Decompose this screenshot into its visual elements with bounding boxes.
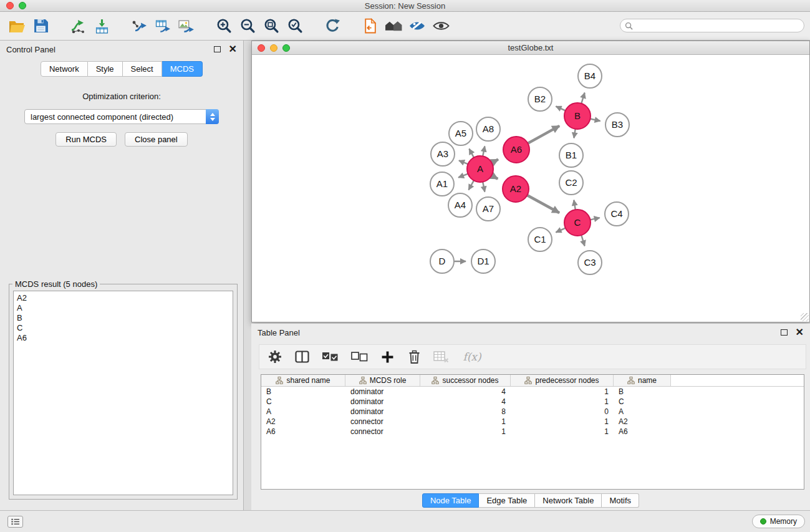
close-window-button[interactable] xyxy=(6,2,14,9)
table-cell[interactable]: dominator xyxy=(345,387,420,396)
graph-edge-B-B2[interactable] xyxy=(556,107,566,111)
import-network-icon[interactable] xyxy=(66,14,90,38)
graph-edge-C-C3[interactable] xyxy=(581,235,584,246)
table-cell[interactable]: B xyxy=(261,387,345,396)
column-header-successor-nodes[interactable]: successor nodes xyxy=(420,375,511,386)
mcds-result-list[interactable]: A2ABCA6 xyxy=(13,291,233,495)
table-cell[interactable]: A2 xyxy=(261,417,345,426)
zoom-in-icon[interactable] xyxy=(212,14,236,38)
home-icon[interactable] xyxy=(382,14,405,38)
run-mcds-button[interactable]: Run MCDS xyxy=(55,132,117,147)
delete-row-icon[interactable] xyxy=(406,349,422,365)
zoom-window-button[interactable] xyxy=(19,2,26,9)
table-row[interactable]: Adominator80A xyxy=(261,407,804,417)
window-controls[interactable] xyxy=(6,2,26,9)
select-all-icon[interactable] xyxy=(321,349,339,365)
deselect-all-icon[interactable] xyxy=(350,349,369,365)
table-cell[interactable]: 1 xyxy=(511,397,614,406)
tab-mcds[interactable]: MCDS xyxy=(162,61,203,77)
graph-edge-A-A2[interactable] xyxy=(491,175,498,179)
table-cell[interactable]: connector xyxy=(345,427,420,436)
show-columns-icon[interactable] xyxy=(294,349,310,365)
graph-edge-B-B4[interactable] xyxy=(581,93,584,104)
graph-edge-B-B1[interactable] xyxy=(574,129,575,138)
table-cell[interactable]: 1 xyxy=(511,427,614,436)
table-cell[interactable]: 0 xyxy=(511,407,614,416)
table-cell[interactable]: C xyxy=(614,397,671,406)
table-cell[interactable]: 1 xyxy=(420,427,511,436)
network-window-controls[interactable] xyxy=(258,44,290,52)
window-resize-grip[interactable] xyxy=(801,313,809,321)
tab-style[interactable]: Style xyxy=(88,61,123,77)
graph-edge-A-A8[interactable] xyxy=(483,146,485,156)
table-row[interactable]: A2connector11A2 xyxy=(261,417,804,427)
graph-edge-C-C2[interactable] xyxy=(574,200,576,210)
graph-edge-A2-C[interactable] xyxy=(527,195,559,213)
network-minimize-button[interactable] xyxy=(270,44,277,52)
table-cell[interactable]: dominator xyxy=(345,397,420,406)
zoom-selected-icon[interactable] xyxy=(283,14,307,38)
tab-edge-table[interactable]: Edge Table xyxy=(479,493,535,508)
close-table-panel-icon[interactable]: ✕ xyxy=(796,329,804,336)
graph-edge-A-A3[interactable] xyxy=(459,160,468,164)
search-input[interactable] xyxy=(633,21,799,30)
table-cell[interactable]: connector xyxy=(345,417,420,426)
table-row[interactable]: Cdominator41C xyxy=(261,397,804,407)
graph-edge-A-A5[interactable] xyxy=(469,149,474,158)
tab-network-table[interactable]: Network Table xyxy=(535,493,602,508)
table-cell[interactable]: A6 xyxy=(614,427,671,436)
table-cell[interactable]: 1 xyxy=(420,417,511,426)
close-panel-icon[interactable]: ✕ xyxy=(229,46,237,52)
table-cell[interactable]: dominator xyxy=(345,407,420,416)
table-cell[interactable]: 1 xyxy=(511,417,614,426)
network-zoom-button[interactable] xyxy=(282,44,290,52)
column-header-name[interactable]: name xyxy=(614,375,671,386)
add-row-icon[interactable] xyxy=(379,349,395,365)
node-table[interactable]: shared nameMCDS rolesuccessor nodesprede… xyxy=(261,374,804,490)
tab-network[interactable]: Network xyxy=(41,61,88,77)
column-header-shared-name[interactable]: shared name xyxy=(261,375,345,386)
graph-edge-B-B3[interactable] xyxy=(591,119,600,122)
graph-edge-C-C4[interactable] xyxy=(591,218,600,220)
graph-edge-A6-B[interactable] xyxy=(528,126,559,143)
table-cell[interactable]: B xyxy=(614,387,671,396)
graph-edge-A-A4[interactable] xyxy=(469,180,474,190)
table-row[interactable]: Bdominator41B xyxy=(261,387,804,397)
float-panel-icon[interactable] xyxy=(214,46,221,52)
column-header-MCDS-role[interactable]: MCDS role xyxy=(345,375,420,386)
close-panel-button[interactable]: Close panel xyxy=(125,132,188,147)
import-table-icon[interactable] xyxy=(90,14,113,38)
show-hide-icon[interactable] xyxy=(429,14,453,38)
network-close-button[interactable] xyxy=(258,44,265,52)
memory-button[interactable]: Memory xyxy=(752,515,805,528)
export-network-icon[interactable] xyxy=(127,14,151,38)
graph-edge-C-C1[interactable] xyxy=(556,228,566,233)
network-snapshot-icon[interactable] xyxy=(358,14,382,38)
optimization-criterion-select[interactable]: largest connected component (directed) xyxy=(24,109,219,124)
table-cell[interactable]: 4 xyxy=(420,397,511,406)
export-table-icon[interactable] xyxy=(151,14,175,38)
table-cell[interactable]: 4 xyxy=(420,387,511,396)
float-table-panel-icon[interactable] xyxy=(781,329,788,336)
table-row[interactable]: A6connector11A6 xyxy=(261,427,804,437)
table-cell[interactable]: A6 xyxy=(261,427,345,436)
graph-edge-A-A1[interactable] xyxy=(458,174,468,178)
tab-node-table[interactable]: Node Table xyxy=(422,493,480,508)
network-canvas[interactable]: B4B2BB3A5A8A6B1A3AC2A1A2A4A7C4CC1C3DD1 xyxy=(252,55,809,322)
table-cell[interactable]: A2 xyxy=(614,417,671,426)
table-cell[interactable]: C xyxy=(261,397,345,406)
zoom-out-icon[interactable] xyxy=(236,14,259,38)
table-cell[interactable]: 8 xyxy=(420,407,511,416)
save-session-icon[interactable] xyxy=(29,14,52,38)
tab-motifs[interactable]: Motifs xyxy=(602,493,639,508)
table-cell[interactable]: A xyxy=(261,407,345,416)
graph-edge-A-A6[interactable] xyxy=(492,160,498,163)
tab-select[interactable]: Select xyxy=(123,61,162,77)
task-history-icon[interactable] xyxy=(7,516,23,528)
refresh-icon[interactable] xyxy=(321,14,344,38)
table-settings-icon[interactable] xyxy=(267,349,283,365)
network-graph[interactable]: B4B2BB3A5A8A6B1A3AC2A1A2A4A7C4CC1C3DD1 xyxy=(252,55,809,322)
column-header-predecessor-nodes[interactable]: predecessor nodes xyxy=(511,375,614,386)
search-box[interactable] xyxy=(620,19,804,32)
zoom-fit-icon[interactable] xyxy=(259,14,283,38)
